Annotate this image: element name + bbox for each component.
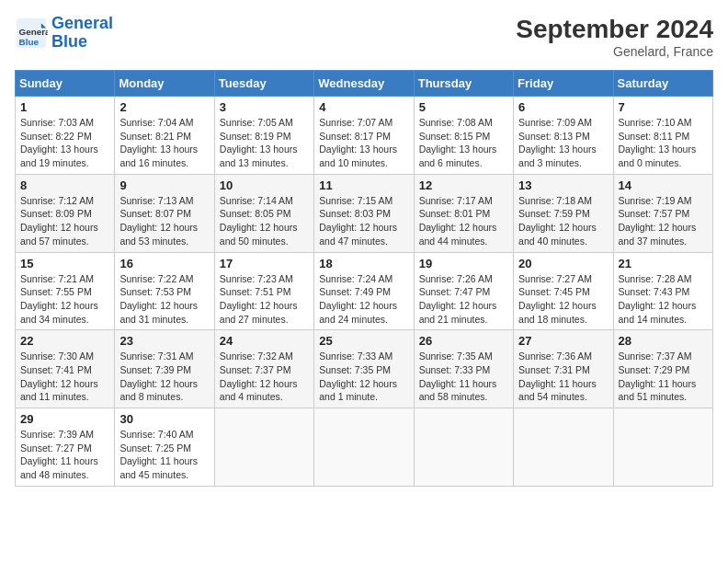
day-info: Sunrise: 7:21 AM Sunset: 7:55 PM Dayligh… bbox=[20, 272, 109, 327]
day-info: Sunrise: 7:17 AM Sunset: 8:01 PM Dayligh… bbox=[419, 194, 508, 248]
daylight: Daylight: 11 hours and 54 minutes. bbox=[518, 377, 608, 404]
day-info: Sunrise: 7:35 AM Sunset: 7:33 PM Dayligh… bbox=[419, 350, 508, 404]
day-number: 12 bbox=[419, 178, 508, 192]
calendar-cell: 14 Sunrise: 7:19 AM Sunset: 7:57 PM Dayl… bbox=[613, 174, 712, 252]
daylight: Daylight: 12 hours and 8 minutes. bbox=[119, 377, 209, 404]
sunrise: Sunrise: 7:24 AM bbox=[319, 272, 408, 286]
calendar-cell: 11 Sunrise: 7:15 AM Sunset: 8:03 PM Dayl… bbox=[314, 174, 414, 252]
sunrise: Sunrise: 7:37 AM bbox=[619, 350, 708, 363]
day-number: 15 bbox=[20, 257, 109, 270]
calendar-body: 1 Sunrise: 7:03 AM Sunset: 8:22 PM Dayli… bbox=[16, 97, 713, 487]
daylight: Daylight: 11 hours and 45 minutes. bbox=[119, 454, 209, 481]
daylight: Daylight: 12 hours and 31 minutes. bbox=[119, 299, 209, 326]
day-info: Sunrise: 7:09 AM Sunset: 8:13 PM Dayligh… bbox=[518, 116, 608, 170]
logo: General Blue General Blue bbox=[15, 15, 113, 52]
calendar-cell: 9 Sunrise: 7:13 AM Sunset: 8:07 PM Dayli… bbox=[115, 174, 214, 252]
calendar-cell: 1 Sunrise: 7:03 AM Sunset: 8:22 PM Dayli… bbox=[16, 97, 115, 175]
calendar-row: 8 Sunrise: 7:12 AM Sunset: 8:09 PM Dayli… bbox=[16, 174, 713, 252]
title-block: September 2024 Genelard, France bbox=[516, 15, 713, 59]
day-info: Sunrise: 7:23 AM Sunset: 7:51 PM Dayligh… bbox=[220, 272, 309, 327]
sunrise: Sunrise: 7:30 AM bbox=[20, 350, 109, 363]
day-info: Sunrise: 7:28 AM Sunset: 7:43 PM Dayligh… bbox=[619, 272, 708, 327]
daylight: Daylight: 13 hours and 16 minutes. bbox=[119, 143, 209, 169]
sunset: Sunset: 7:49 PM bbox=[319, 285, 408, 299]
daylight: Daylight: 13 hours and 6 minutes. bbox=[419, 143, 508, 169]
calendar-cell bbox=[514, 408, 613, 487]
day-info: Sunrise: 7:36 AM Sunset: 7:31 PM Dayligh… bbox=[518, 350, 608, 404]
sunset: Sunset: 7:43 PM bbox=[619, 285, 708, 299]
calendar-cell: 23 Sunrise: 7:31 AM Sunset: 7:39 PM Dayl… bbox=[115, 330, 214, 408]
daylight: Daylight: 12 hours and 4 minutes. bbox=[220, 377, 309, 404]
calendar-cell bbox=[314, 408, 414, 487]
day-number: 8 bbox=[20, 178, 109, 192]
sunset: Sunset: 7:35 PM bbox=[319, 363, 408, 377]
sunrise: Sunrise: 7:27 AM bbox=[518, 272, 608, 286]
calendar-row: 1 Sunrise: 7:03 AM Sunset: 8:22 PM Dayli… bbox=[16, 97, 713, 175]
daylight: Daylight: 13 hours and 0 minutes. bbox=[619, 143, 708, 169]
calendar-cell: 15 Sunrise: 7:21 AM Sunset: 7:55 PM Dayl… bbox=[16, 252, 115, 330]
sunset: Sunset: 8:09 PM bbox=[20, 207, 109, 221]
daylight: Daylight: 12 hours and 53 minutes. bbox=[119, 221, 209, 247]
daylight: Daylight: 13 hours and 3 minutes. bbox=[518, 143, 608, 169]
calendar: Sunday Monday Tuesday Wednesday Thursday… bbox=[15, 70, 713, 487]
day-info: Sunrise: 7:19 AM Sunset: 7:57 PM Dayligh… bbox=[619, 194, 708, 248]
sunrise: Sunrise: 7:19 AM bbox=[619, 194, 708, 208]
calendar-cell: 18 Sunrise: 7:24 AM Sunset: 7:49 PM Dayl… bbox=[314, 252, 414, 330]
daylight: Daylight: 11 hours and 58 minutes. bbox=[419, 377, 508, 404]
sunset: Sunset: 8:15 PM bbox=[419, 130, 508, 144]
header-monday: Monday bbox=[115, 71, 214, 97]
calendar-row: 29 Sunrise: 7:39 AM Sunset: 7:27 PM Dayl… bbox=[16, 408, 713, 487]
sunrise: Sunrise: 7:04 AM bbox=[119, 116, 209, 130]
sunset: Sunset: 8:19 PM bbox=[220, 130, 309, 144]
sunrise: Sunrise: 7:22 AM bbox=[119, 272, 209, 286]
daylight: Daylight: 13 hours and 10 minutes. bbox=[319, 143, 408, 169]
sunset: Sunset: 8:11 PM bbox=[619, 130, 708, 144]
sunrise: Sunrise: 7:40 AM bbox=[119, 428, 209, 442]
header-thursday: Thursday bbox=[414, 71, 513, 97]
calendar-header: Sunday Monday Tuesday Wednesday Thursday… bbox=[16, 71, 713, 97]
daylight: Daylight: 12 hours and 37 minutes. bbox=[619, 221, 708, 247]
sunset: Sunset: 7:31 PM bbox=[518, 363, 608, 377]
day-info: Sunrise: 7:40 AM Sunset: 7:25 PM Dayligh… bbox=[119, 428, 209, 482]
day-number: 22 bbox=[20, 334, 109, 348]
day-info: Sunrise: 7:07 AM Sunset: 8:17 PM Dayligh… bbox=[319, 116, 408, 170]
daylight: Daylight: 12 hours and 24 minutes. bbox=[319, 299, 408, 326]
day-number: 6 bbox=[518, 100, 608, 114]
daylight: Daylight: 13 hours and 13 minutes. bbox=[220, 143, 309, 169]
day-info: Sunrise: 7:27 AM Sunset: 7:45 PM Dayligh… bbox=[518, 272, 608, 327]
calendar-cell: 26 Sunrise: 7:35 AM Sunset: 7:33 PM Dayl… bbox=[414, 330, 513, 408]
header-tuesday: Tuesday bbox=[214, 71, 313, 97]
sunrise: Sunrise: 7:26 AM bbox=[419, 272, 508, 286]
calendar-cell: 20 Sunrise: 7:27 AM Sunset: 7:45 PM Dayl… bbox=[514, 252, 613, 330]
calendar-cell: 24 Sunrise: 7:32 AM Sunset: 7:37 PM Dayl… bbox=[214, 330, 313, 408]
day-info: Sunrise: 7:13 AM Sunset: 8:07 PM Dayligh… bbox=[119, 194, 209, 248]
calendar-cell: 13 Sunrise: 7:18 AM Sunset: 7:59 PM Dayl… bbox=[514, 174, 613, 252]
sunset: Sunset: 7:27 PM bbox=[20, 442, 109, 455]
day-headers-row: Sunday Monday Tuesday Wednesday Thursday… bbox=[16, 71, 713, 97]
day-number: 19 bbox=[419, 257, 508, 270]
daylight: Daylight: 12 hours and 21 minutes. bbox=[419, 299, 508, 326]
month-year: September 2024 bbox=[516, 15, 713, 44]
sunset: Sunset: 7:25 PM bbox=[119, 442, 209, 455]
day-number: 26 bbox=[419, 334, 508, 348]
calendar-cell: 8 Sunrise: 7:12 AM Sunset: 8:09 PM Dayli… bbox=[16, 174, 115, 252]
sunset: Sunset: 7:59 PM bbox=[518, 207, 608, 221]
sunrise: Sunrise: 7:03 AM bbox=[20, 116, 109, 130]
day-info: Sunrise: 7:33 AM Sunset: 7:35 PM Dayligh… bbox=[319, 350, 408, 404]
header-saturday: Saturday bbox=[613, 71, 712, 97]
sunset: Sunset: 7:29 PM bbox=[619, 363, 708, 377]
calendar-cell: 27 Sunrise: 7:36 AM Sunset: 7:31 PM Dayl… bbox=[514, 330, 613, 408]
logo-general: General bbox=[51, 14, 113, 32]
day-info: Sunrise: 7:15 AM Sunset: 8:03 PM Dayligh… bbox=[319, 194, 408, 248]
day-info: Sunrise: 7:31 AM Sunset: 7:39 PM Dayligh… bbox=[119, 350, 209, 404]
sunrise: Sunrise: 7:14 AM bbox=[220, 194, 309, 208]
header-friday: Friday bbox=[514, 71, 613, 97]
sunset: Sunset: 8:17 PM bbox=[319, 130, 408, 144]
day-info: Sunrise: 7:24 AM Sunset: 7:49 PM Dayligh… bbox=[319, 272, 408, 327]
day-info: Sunrise: 7:14 AM Sunset: 8:05 PM Dayligh… bbox=[220, 194, 309, 248]
svg-text:Blue: Blue bbox=[19, 36, 40, 46]
sunset: Sunset: 7:53 PM bbox=[119, 285, 209, 299]
header-sunday: Sunday bbox=[16, 71, 115, 97]
day-info: Sunrise: 7:05 AM Sunset: 8:19 PM Dayligh… bbox=[220, 116, 309, 170]
daylight: Daylight: 12 hours and 1 minute. bbox=[319, 377, 408, 404]
